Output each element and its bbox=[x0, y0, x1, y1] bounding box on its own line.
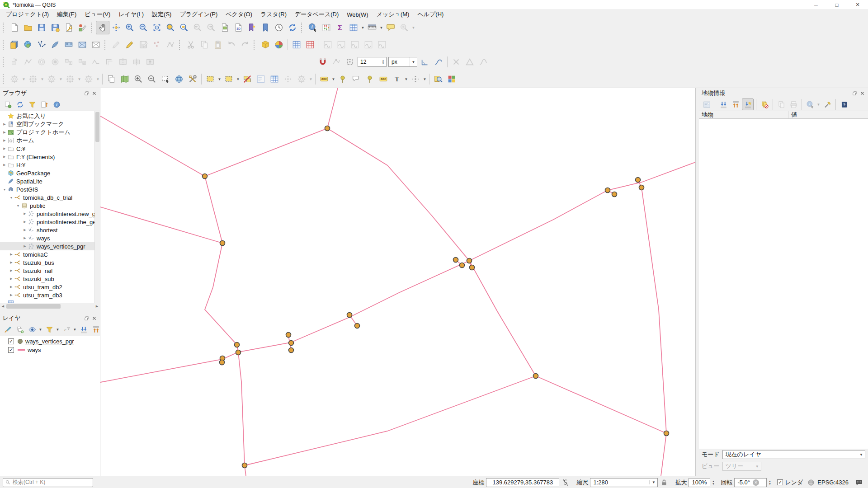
layers-float-button[interactable] bbox=[83, 315, 90, 321]
browser-item--[interactable]: ▶ホーム bbox=[0, 136, 94, 145]
browser-item--[interactable]: ▶プロジェクトホーム bbox=[0, 128, 94, 136]
magnifier-stepper[interactable]: ▲▼ bbox=[710, 478, 716, 487]
data-source-manager-button[interactable] bbox=[8, 38, 21, 52]
zoom-to-selection-button[interactable] bbox=[164, 21, 177, 34]
browser-item-pointsofinterest-the_ge[interactable]: ▶pointsofinterest.the_ge bbox=[0, 218, 94, 226]
dropdown-arrow-icon[interactable]: ▼ bbox=[72, 328, 77, 332]
add-selected-layers-button[interactable] bbox=[2, 99, 14, 110]
expander-closed-icon[interactable]: ▶ bbox=[22, 220, 28, 224]
menu-9[interactable]: データベース(D) bbox=[291, 9, 343, 19]
show-map-theme-button[interactable] bbox=[118, 72, 132, 86]
expander-closed-icon[interactable]: ▶ bbox=[2, 122, 7, 126]
expander-open-icon[interactable]: ▼ bbox=[2, 188, 7, 191]
open-attribute-grid-button[interactable] bbox=[290, 38, 303, 52]
scroll-left-icon[interactable]: ◀ bbox=[0, 305, 6, 308]
add-delimited-text-layer-button[interactable] bbox=[62, 38, 75, 52]
filter-by-expression-button[interactable]: ε bbox=[61, 324, 72, 335]
layer-visibility-checkbox[interactable]: ✓ bbox=[8, 347, 14, 353]
dropdown-arrow-icon[interactable]: ▼ bbox=[217, 77, 222, 81]
current-edits-button[interactable] bbox=[123, 38, 137, 52]
browser-item-shortest[interactable]: ▶shortest bbox=[0, 226, 94, 234]
manage-map-themes-button[interactable] bbox=[26, 324, 38, 335]
browser-horizontal-scrollbar[interactable]: ◀ ▶ bbox=[0, 303, 100, 310]
log-messages-icon[interactable] bbox=[855, 479, 863, 487]
browser-float-button[interactable] bbox=[83, 90, 90, 96]
toolbar-grip[interactable] bbox=[3, 40, 6, 50]
add-spatialite-layer-button[interactable] bbox=[48, 38, 62, 52]
pan-map-button[interactable] bbox=[96, 21, 109, 34]
expander-closed-icon[interactable]: ▶ bbox=[22, 228, 28, 232]
toolbar-grip[interactable] bbox=[301, 23, 305, 33]
expander-closed-icon[interactable]: ▶ bbox=[2, 147, 7, 150]
georeferencer-button[interactable] bbox=[172, 72, 186, 86]
expander-closed-icon[interactable]: ▶ bbox=[9, 269, 14, 272]
menu-3[interactable]: ビュー(V) bbox=[80, 9, 114, 19]
dropdown-arrow-icon[interactable]: ▼ bbox=[422, 77, 427, 81]
show-spatial-bookmarks-button[interactable] bbox=[259, 21, 272, 34]
annotations-button[interactable] bbox=[349, 72, 363, 86]
move-label-button[interactable] bbox=[409, 72, 422, 86]
dropdown-arrow-icon[interactable]: ▼ bbox=[38, 328, 43, 332]
browser-item-partial[interactable] bbox=[0, 299, 94, 303]
coordinate-display-toggle-icon[interactable] bbox=[561, 479, 570, 487]
browser-item-geopackage[interactable]: GeoPackage bbox=[0, 169, 94, 177]
toolbar-grip[interactable] bbox=[3, 57, 6, 67]
stepper-arrows-icon[interactable]: ▲▼ bbox=[380, 57, 386, 66]
snap-tolerance-spinbox[interactable]: 12▲▼ bbox=[358, 57, 387, 67]
toolbar-grip[interactable] bbox=[179, 40, 183, 50]
open-project-button[interactable] bbox=[21, 21, 35, 34]
clear-results-button[interactable] bbox=[759, 99, 770, 110]
panel-splitter[interactable] bbox=[0, 310, 100, 313]
expander-closed-icon[interactable]: ▶ bbox=[22, 244, 28, 248]
identify-results-body[interactable] bbox=[699, 119, 868, 449]
add-group-button[interactable] bbox=[14, 324, 26, 335]
new-print-layout-button[interactable] bbox=[62, 21, 75, 34]
snapping-marker-button[interactable] bbox=[343, 55, 357, 69]
layer-item-ways_vertices_pgr[interactable]: ✓ways_vertices_pgr bbox=[0, 337, 100, 346]
expander-closed-icon[interactable]: ▶ bbox=[2, 163, 7, 167]
zoom-in-button[interactable] bbox=[123, 21, 137, 34]
new-3d-map-view-button[interactable]: 3D bbox=[231, 21, 245, 34]
show-layout-manager-button[interactable] bbox=[259, 38, 272, 52]
clear-rotation-icon[interactable]: ✕ bbox=[753, 479, 759, 486]
dropdown-arrow-icon[interactable]: ▼ bbox=[360, 26, 365, 30]
new-spatial-bookmark-button[interactable] bbox=[245, 21, 259, 34]
properties-widget-button[interactable]: i bbox=[51, 99, 62, 110]
zoom-in-secondary-button[interactable] bbox=[132, 72, 145, 86]
expander-closed-icon[interactable]: ▶ bbox=[2, 155, 7, 159]
browser-item-f-elements-[interactable]: ▶F:¥ (Elements) bbox=[0, 153, 94, 161]
snapping-on-intersection-button[interactable] bbox=[418, 55, 432, 69]
expand-all-button[interactable] bbox=[78, 324, 90, 335]
identify-plugin-button[interactable] bbox=[431, 72, 445, 86]
measure-line-button[interactable] bbox=[365, 21, 379, 34]
toolbar-grip[interactable] bbox=[254, 40, 257, 50]
expander-open-icon[interactable]: ▼ bbox=[15, 204, 21, 207]
lock-scale-icon[interactable] bbox=[660, 479, 668, 487]
new-map-view-button[interactable] bbox=[218, 21, 231, 34]
auto-expand-results-button[interactable] bbox=[742, 99, 754, 110]
coordinate-input[interactable]: 139.629279,35.367783 bbox=[486, 478, 559, 487]
browser-item-tsuzuki_sub[interactable]: ▶tsuzuki_sub bbox=[0, 275, 94, 283]
toolbar-grip[interactable] bbox=[104, 40, 108, 50]
browser-item-pointsofinterest-new_g[interactable]: ▶pointsofinterest.new_g bbox=[0, 210, 94, 218]
menu-2[interactable]: 編集(E) bbox=[53, 9, 80, 19]
dropdown-arrow-icon[interactable]: ▼ bbox=[55, 328, 60, 332]
expander-closed-icon[interactable]: ▶ bbox=[22, 212, 28, 216]
deselect-all-button[interactable] bbox=[241, 72, 254, 86]
temporal-controller-button[interactable] bbox=[272, 21, 286, 34]
browser-item-tsuzuki_rail[interactable]: ▶tsuzuki_rail bbox=[0, 267, 94, 275]
menu-7[interactable]: ベクタ(O) bbox=[222, 9, 256, 19]
select-by-rectangle-button[interactable] bbox=[159, 72, 172, 86]
add-postgis-layer-button[interactable] bbox=[75, 38, 89, 52]
zoom-out-button[interactable] bbox=[137, 21, 150, 34]
identify-float-button[interactable] bbox=[851, 90, 858, 96]
rotation-input[interactable]: -5.0° ✕ bbox=[734, 478, 767, 487]
new-project-button[interactable] bbox=[8, 21, 21, 34]
open-attribute-table-button[interactable] bbox=[347, 21, 360, 34]
filter-browser-button[interactable] bbox=[26, 99, 38, 110]
expander-closed-icon[interactable]: ▶ bbox=[9, 261, 14, 264]
duplicate-features-button[interactable] bbox=[104, 72, 118, 86]
menu-8[interactable]: ラスタ(R) bbox=[256, 9, 291, 19]
enable-snapping-button[interactable] bbox=[316, 55, 330, 69]
highlight-pinned-labels-button[interactable]: abc bbox=[377, 72, 390, 86]
